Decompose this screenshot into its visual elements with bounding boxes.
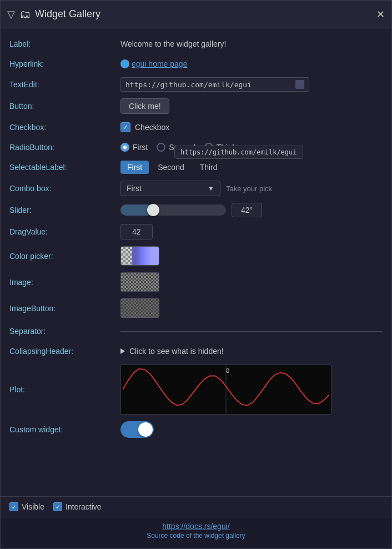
selectable-row: SelectableLabel: First Second Third (9, 157, 383, 177)
checkbox-value-col: ✓ Checkbox (120, 122, 383, 132)
checkbox-box: ✓ (120, 122, 130, 132)
textedit-label: TextEdit: (9, 80, 120, 89)
colorpicker-row-label: Color picker: (9, 252, 120, 261)
radio-label-first: First (133, 143, 148, 152)
interactive-label: Interactive (66, 502, 102, 511)
plot-value-col: 0 (120, 365, 383, 415)
docs-link[interactable]: https://docs.rs/egui/ (162, 522, 229, 531)
slider-track[interactable] (120, 204, 226, 216)
color-checker-bg (121, 247, 132, 265)
collapse-arrow-icon (120, 348, 125, 354)
plot-row-label: Plot: (9, 385, 120, 394)
slider-value-display: 42° (232, 203, 262, 217)
combo-container: First ▼ Take your pick (120, 181, 272, 196)
separator-value-col (120, 331, 383, 332)
hyperlink-tooltip: https://github.com/emilk/egui (174, 146, 303, 159)
footer-links: https://docs.rs/egui/ Source code of the… (1, 517, 391, 548)
slider-value-col: 42° (120, 203, 383, 217)
selectable-group: First Second Third (120, 161, 224, 174)
interactive-checkbox-box: ✓ (53, 502, 62, 511)
source-text: Source code of the widget gallery (147, 532, 245, 540)
slider-row: Slider: 42° (9, 199, 383, 221)
tooltip-url: https://github.com/emilk/egui (180, 148, 297, 156)
visible-check[interactable]: ✓ Visible (9, 502, 44, 511)
image-widget (120, 272, 159, 292)
textedit-input[interactable] (125, 81, 291, 89)
dragvalue-row: DragValue: 42 (9, 221, 383, 243)
window-title: Widget Gallery (35, 8, 100, 20)
color-picker-widget[interactable] (120, 246, 159, 266)
window-icon: 🗂 (19, 8, 31, 21)
slider-thumb[interactable] (147, 204, 159, 216)
collapsing-header[interactable]: Click to see what is hidden! (120, 347, 224, 356)
plot-widget[interactable]: 0 (120, 365, 331, 415)
selectable-second[interactable]: Second (151, 161, 190, 174)
label-row: Label: Welcome to the widget gallery! (9, 34, 383, 54)
label-row-value: Welcome to the widget gallery! (120, 39, 383, 48)
checkbox-control[interactable]: ✓ Checkbox (120, 122, 169, 132)
textedit-value-col (120, 77, 383, 92)
combo-arrow-icon: ▼ (208, 184, 214, 192)
combo-select[interactable]: First ▼ (120, 181, 220, 196)
main-window: ▽ 🗂 Widget Gallery ✕ Label: Welcome to t… (0, 0, 392, 549)
checkbox-row: Checkbox: ✓ Checkbox (9, 117, 383, 137)
imagebutton-row: ImageButton: (9, 295, 383, 321)
image-row: Image: (9, 269, 383, 295)
combobox-row-label: Combo box: (9, 184, 120, 193)
hyperlink-value-col: 🌐 egui home page https://github.com/emil… (120, 59, 383, 68)
titlebar-left: ▽ 🗂 Widget Gallery (7, 8, 100, 21)
checkbox-row-label: Checkbox: (9, 123, 120, 132)
visible-checkbox-box: ✓ (9, 502, 18, 511)
hyperlink-label: Hyperlink: (9, 59, 120, 68)
colorpicker-row: Color picker: (9, 243, 383, 269)
plot-row: Plot: 0 (9, 361, 383, 418)
label-row-label: Label: (9, 39, 120, 48)
radio-item-first[interactable]: First (120, 143, 148, 152)
checkbox-text: Checkbox (135, 123, 169, 132)
collapsing-value-col: Click to see what is hidden! (120, 347, 383, 356)
toggle-thumb (138, 422, 153, 437)
button-value-col: Click me! (120, 98, 383, 114)
drag-value-widget[interactable]: 42 (120, 224, 153, 239)
content-area: Label: Welcome to the widget gallery! Hy… (1, 28, 391, 496)
footer-checks: ✓ Visible ✓ Interactive (1, 496, 391, 517)
radio-circle-second (157, 143, 165, 152)
separator-row-label: Separator: (9, 327, 120, 336)
dragvalue-value-col: 42 (120, 224, 383, 239)
selectable-row-label: SelectableLabel: (9, 163, 120, 172)
button-row: Button: Click me! (9, 95, 383, 117)
radio-circle-first (120, 143, 129, 152)
combobox-value-col: First ▼ Take your pick (120, 181, 383, 196)
plot-zero-label: 0 (226, 367, 229, 374)
imagebutton-row-label: ImageButton: (9, 304, 120, 313)
collapsing-text: Click to see what is hidden! (129, 347, 224, 356)
colorpicker-value-col (120, 246, 383, 266)
combo-hint: Take your pick (226, 184, 272, 193)
dragvalue-row-label: DragValue: (9, 227, 120, 236)
close-button[interactable]: ✕ (376, 8, 385, 21)
textedit-container (120, 77, 309, 92)
hyperlink-text: egui home page (132, 59, 187, 68)
image-button-widget[interactable] (120, 298, 159, 318)
menu-icon[interactable]: ▽ (7, 8, 15, 21)
custom-widget-value-col (120, 421, 383, 438)
image-row-label: Image: (9, 278, 120, 287)
hyperlink-link[interactable]: 🌐 egui home page (120, 59, 187, 68)
image-value-col (120, 272, 383, 292)
click-me-button[interactable]: Click me! (120, 98, 169, 114)
combo-selected-value: First (127, 184, 142, 193)
slider-container: 42° (120, 203, 262, 217)
interactive-check[interactable]: ✓ Interactive (53, 502, 102, 511)
custom-widget-row: Custom widget: (9, 418, 383, 441)
selectable-third[interactable]: Third (193, 161, 224, 174)
button-row-label: Button: (9, 102, 120, 111)
hyperlink-row: Hyperlink: 🌐 egui home page https://gith… (9, 54, 383, 74)
combobox-row: Combo box: First ▼ Take your pick (9, 177, 383, 199)
separator-line (120, 331, 383, 332)
collapsing-row-label: CollapsingHeader: (9, 347, 120, 356)
selectable-first[interactable]: First (120, 161, 149, 174)
textedit-row: TextEdit: (9, 74, 383, 95)
titlebar: ▽ 🗂 Widget Gallery ✕ (1, 1, 391, 28)
imagebutton-value-col (120, 298, 383, 318)
toggle-widget[interactable] (120, 421, 154, 438)
